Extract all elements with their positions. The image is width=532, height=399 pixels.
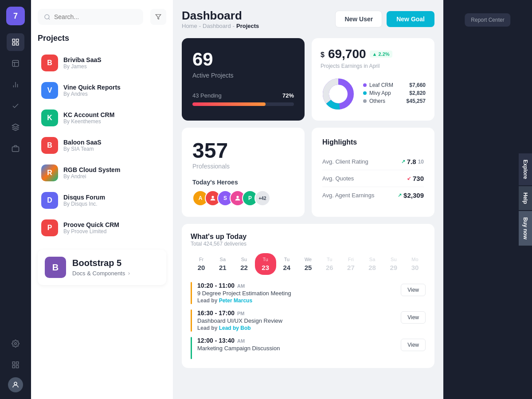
- active-label: Active Projects: [192, 72, 294, 79]
- project-item-kc[interactable]: K KC Account CRM By Keenthemes: [38, 105, 166, 131]
- svg-line-17: [48, 18, 50, 20]
- project-name-rgb: RGB Cloud System: [63, 166, 163, 173]
- svg-rect-9: [12, 147, 19, 152]
- event-name-0: 9 Degree Project Estimation Meeting: [197, 290, 395, 297]
- project-icon-kc: K: [41, 110, 58, 126]
- event-view-btn-0[interactable]: View: [401, 284, 426, 296]
- event-time-1: 16:30 - 17:00 PM: [197, 309, 395, 317]
- sidebar-icon-settings[interactable]: [7, 335, 24, 352]
- project-item-rgb[interactable]: R RGB Cloud System By Andrei: [38, 160, 166, 186]
- svg-marker-8: [12, 124, 19, 128]
- project-by-briviba: By James: [63, 63, 163, 70]
- cal-day-26[interactable]: Tu26: [319, 253, 340, 275]
- project-icon-vine: V: [41, 82, 58, 99]
- tab-explore[interactable]: Explore: [519, 153, 532, 185]
- event-list: 10:20 - 11:00 AM 9 Degree Project Estima…: [191, 282, 426, 359]
- bootstrap-logo: B: [45, 257, 66, 278]
- project-item-vine[interactable]: V Vine Quick Reports By Andres: [38, 78, 166, 103]
- project-icon-proove: P: [41, 219, 58, 236]
- project-name-proove: Proove Quick CRM: [63, 221, 163, 228]
- sidebar-icon-check[interactable]: [7, 97, 24, 115]
- sidebar-user-number: 7: [6, 7, 25, 25]
- right-panel-tabs: Explore Help Buy now: [519, 153, 532, 246]
- event-item-1: 16:30 - 17:00 PM Dashboard UI/UX Design …: [191, 309, 426, 332]
- event-name-1: Dashboard UI/UX Design Review: [197, 317, 395, 324]
- new-user-button[interactable]: New User: [335, 11, 382, 27]
- earnings-card: $ 69,700 ▲ 2.2% Projects Earnings in Apr…: [312, 38, 434, 121]
- professionals-count: 357: [192, 138, 294, 163]
- breadcrumb-dashboard[interactable]: Dashboard: [203, 23, 231, 29]
- highlight-label-rating: Avg. Client Rating: [322, 158, 368, 165]
- highlight-label-earnings: Avg. Agent Earnings: [322, 192, 375, 199]
- event-view-btn-1[interactable]: View: [401, 311, 426, 324]
- project-icon-briviba: B: [41, 55, 58, 71]
- up-arrow-earnings: ↗: [398, 192, 402, 198]
- earnings-subtitle: Projects Earnings in April: [321, 63, 426, 69]
- docs-link[interactable]: Docs & Components: [72, 270, 131, 277]
- sidebar-icon-bar-chart[interactable]: [7, 76, 24, 94]
- cal-day-24[interactable]: Tu24: [276, 253, 297, 275]
- svg-marker-18: [156, 15, 161, 20]
- professionals-label: Professionals: [192, 163, 294, 170]
- legend-value-others: $45,257: [407, 98, 426, 104]
- left-panel: Projects B Briviba SaaS By James V Vine …: [31, 0, 173, 399]
- filter-button[interactable]: [150, 9, 166, 25]
- cal-day-23[interactable]: Tu23: [255, 253, 276, 275]
- cal-day-28[interactable]: Sa28: [362, 253, 383, 275]
- project-by-vine: By Andres: [63, 91, 163, 97]
- sidebar-icon-briefcase[interactable]: [7, 140, 24, 157]
- sidebar: 7: [0, 0, 31, 399]
- tab-help[interactable]: Help: [519, 186, 532, 210]
- project-item-disqus[interactable]: D Disqus Forum By Disqus Inc.: [38, 188, 166, 213]
- legend-name-leaf: Leaf CRM: [369, 82, 407, 88]
- svg-point-15: [14, 382, 17, 385]
- breadcrumb-home[interactable]: Home: [182, 23, 197, 29]
- project-item-briviba[interactable]: B Briviba SaaS By James: [38, 50, 166, 76]
- project-item-baloon[interactable]: B Baloon SaaS By SIA Team: [38, 133, 166, 158]
- project-item-proove[interactable]: P Proove Quick CRM By Proove Limited: [38, 215, 166, 241]
- legend-name-mivy: Mivy App: [369, 90, 407, 96]
- cards-row-top: 69 Active Projects 43 Pending 72% $ 69,7…: [182, 38, 434, 121]
- active-count: 69: [192, 49, 294, 70]
- cal-day-22[interactable]: Su22: [233, 253, 254, 275]
- professionals-card: 357 Professionals Today's Heroes A S P +…: [182, 128, 305, 217]
- sidebar-icon-chart[interactable]: [7, 55, 24, 72]
- right-panel: Report Center Explore Help Buy now: [443, 0, 532, 399]
- project-by-kc: By Keenthemes: [63, 118, 163, 125]
- cal-day-27[interactable]: Fri27: [340, 253, 361, 275]
- event-lead-name-0: Peter Marcus: [219, 297, 252, 304]
- earnings-badge: ▲ 2.2%: [370, 51, 392, 58]
- highlight-value-quotes: ↙ 730: [407, 175, 424, 182]
- donut-chart: [321, 76, 356, 112]
- progress-fill: [192, 102, 266, 106]
- calendar-days: Fr20 Sa21 Su22 Tu23 Tu24 We25 Tu26 Fri27…: [191, 253, 426, 275]
- svg-rect-4: [12, 60, 19, 66]
- sidebar-icon-layers[interactable]: [7, 118, 24, 136]
- event-item-0: 10:20 - 11:00 AM 9 Degree Project Estima…: [191, 282, 426, 304]
- project-by-rgb: By Andrei: [63, 173, 163, 180]
- breadcrumb: Home - Dashboard - Projects: [182, 23, 259, 29]
- sidebar-icon-grid-small[interactable]: [7, 356, 24, 374]
- projects-list: B Briviba SaaS By James V Vine Quick Rep…: [38, 50, 166, 241]
- event-view-btn-2[interactable]: View: [401, 339, 426, 351]
- legend-item-leaf: Leaf CRM $7,660: [363, 82, 426, 88]
- svg-rect-1: [16, 39, 19, 41]
- report-center-button[interactable]: Report Center: [465, 13, 510, 27]
- highlights-title: Highlights: [322, 138, 424, 146]
- cal-day-30[interactable]: Mo30: [404, 253, 426, 275]
- event-time-2: 12:00 - 13:40 AM: [197, 337, 395, 344]
- earnings-legend: Leaf CRM $7,660 Mivy App $2,820 Others $…: [363, 82, 426, 106]
- sidebar-icon-dashboard[interactable]: [7, 33, 24, 51]
- cal-day-20[interactable]: Fr20: [191, 253, 212, 275]
- cal-day-29[interactable]: Su29: [383, 253, 404, 275]
- cal-day-25[interactable]: We25: [297, 253, 319, 275]
- search-input[interactable]: [54, 13, 137, 20]
- sidebar-user-avatar[interactable]: [8, 377, 23, 392]
- tab-buy-now[interactable]: Buy now: [519, 211, 532, 246]
- event-bar-2: [191, 337, 192, 359]
- event-name-2: Marketing Campaign Discussion: [197, 345, 395, 352]
- new-goal-button[interactable]: New Goal: [387, 11, 434, 27]
- avatars-row: A S P +42: [192, 190, 294, 206]
- bootstrap-card[interactable]: B Bootstrap 5 Docs & Components: [38, 250, 166, 285]
- cal-day-21[interactable]: Sa21: [212, 253, 233, 275]
